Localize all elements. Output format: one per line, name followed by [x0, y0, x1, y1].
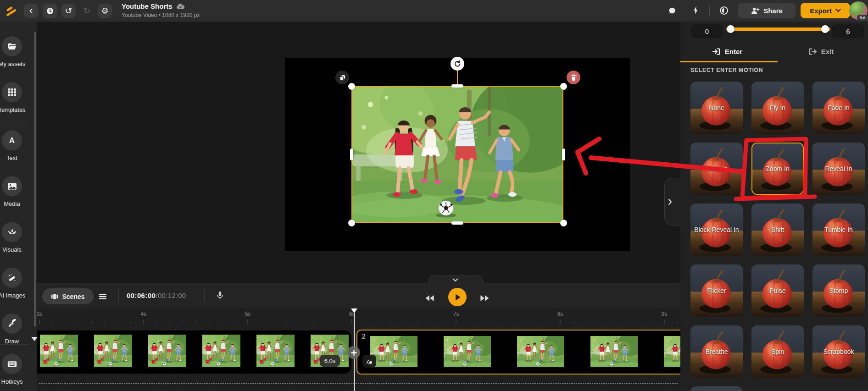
clip-thumbnail: [202, 335, 240, 367]
motion-option-tumble-in[interactable]: Tumble In: [812, 204, 865, 256]
motion-option-fly-in[interactable]: Fly In: [751, 82, 804, 134]
motion-option-none[interactable]: None: [690, 82, 743, 134]
visuals-icon: [2, 222, 22, 242]
sidebar-item-my-assets[interactable]: My assets: [0, 36, 37, 67]
motion-option-pulse[interactable]: Pulse: [751, 264, 804, 317]
share-button[interactable]: Share: [738, 3, 796, 18]
motion-option-label: Stomp: [812, 264, 865, 317]
microphone-icon: [217, 291, 223, 300]
voiceover-button[interactable]: [217, 291, 223, 302]
selected-video-layer[interactable]: [351, 86, 563, 223]
resize-handle-bottom[interactable]: [451, 221, 463, 225]
pen-icon: [2, 314, 22, 334]
motion-start-value: 0: [691, 24, 723, 38]
undo-button[interactable]: ↺: [61, 4, 76, 18]
comet-icon: [366, 358, 373, 365]
apple-preview-image: [690, 386, 743, 391]
motion-option-breathe[interactable]: Breathe: [690, 325, 743, 378]
sidebar-item-text[interactable]: AText: [0, 130, 37, 161]
redo-button[interactable]: ↻: [80, 4, 94, 18]
timeline-ruler[interactable]: 3s4s5s6s7s8s9s: [37, 311, 680, 317]
export-button[interactable]: Export: [801, 3, 850, 18]
duplicate-button[interactable]: [335, 71, 349, 84]
motion-duration-slider[interactable]: [726, 28, 830, 31]
avatar-badge: DA: [857, 15, 868, 21]
sidebar-scrollbar[interactable]: [34, 32, 36, 327]
play-icon: [454, 293, 462, 302]
sidebar-item-media[interactable]: Media: [0, 176, 37, 207]
resize-handle-right[interactable]: [562, 149, 565, 160]
timecode: 00:06:00/00:12:00: [127, 292, 186, 299]
scenes-button[interactable]: Scenes: [42, 288, 94, 304]
fast-forward-button[interactable]: [479, 295, 490, 303]
sidebar-item-visuals[interactable]: Visuals: [0, 222, 37, 253]
timeline-panel: Scenes 00:06:00/00:12:00 3s4s5s6s7s8s9s …: [37, 283, 680, 391]
sidebar-item-hotkeys[interactable]: Hotkeys: [0, 354, 37, 385]
resize-handle-bottom-left[interactable]: [348, 220, 355, 226]
cloud-saved-icon: [176, 3, 185, 10]
motion-option-label: Fly In: [751, 82, 804, 134]
motion-option-reveal-in[interactable]: Reveal In: [812, 143, 865, 195]
tab-exit[interactable]: Exit: [774, 41, 868, 62]
collapse-timeline-button[interactable]: [428, 275, 483, 284]
motion-option-partial[interactable]: [690, 386, 743, 391]
motion-option-label: Reveal In: [812, 143, 865, 195]
motion-option-flicker[interactable]: Flicker: [690, 264, 743, 317]
motion-option-shift[interactable]: Shift: [751, 204, 804, 256]
comments-icon[interactable]: [668, 6, 677, 15]
clip-thumbnail: [94, 335, 132, 367]
app-logo-icon[interactable]: [6, 4, 18, 17]
version-history-button[interactable]: [43, 4, 57, 18]
resize-handle-bottom-right[interactable]: [560, 220, 567, 226]
motion-option-label: Fade In: [812, 82, 865, 134]
motion-option-label: Flicker: [690, 264, 743, 317]
motion-option-stomp[interactable]: Stomp: [812, 264, 865, 317]
timeline-menu-button[interactable]: [97, 291, 108, 302]
slider-handle-max[interactable]: [821, 25, 829, 33]
svg-text:A: A: [9, 136, 15, 145]
slider-handle-min[interactable]: [727, 25, 734, 33]
add-scene-button[interactable]: [347, 346, 360, 359]
delete-button[interactable]: [567, 71, 580, 84]
motion-option-fade-in[interactable]: Fade In: [812, 82, 865, 134]
sidebar-scroll-down-icon[interactable]: [31, 337, 38, 341]
project-title: Youtube Shorts: [122, 2, 200, 10]
scenes-icon: [51, 293, 58, 300]
tab-enter[interactable]: Enter: [680, 41, 774, 62]
chevron-down-icon: [835, 9, 841, 12]
rewind-button[interactable]: [424, 295, 435, 303]
ruler-label: 3s: [37, 311, 42, 317]
back-button[interactable]: [24, 4, 38, 18]
motion-option-wipe-in[interactable]: Wipe In: [690, 143, 743, 195]
redo-icon: ↻: [83, 6, 91, 15]
scene-2-animation-badge[interactable]: [362, 355, 376, 368]
motion-end-value: 6: [832, 24, 864, 38]
keyboard-icon: [2, 354, 22, 374]
total-time: /00:12:00: [156, 292, 186, 299]
motion-option-zoom-in[interactable]: Zoom In: [751, 143, 804, 195]
motion-option-block-reveal-in[interactable]: Block Reveal In: [690, 204, 743, 256]
scene-2-clip[interactable]: 2: [356, 330, 680, 374]
thumbnail-red-arrow: [41, 356, 51, 366]
clip-thumbnail: [664, 336, 680, 367]
sidebar-item-templates[interactable]: Templates: [0, 82, 37, 113]
sidebar-item-ai-images[interactable]: AI Images: [0, 268, 37, 299]
scene-1-clip[interactable]: [37, 330, 351, 374]
resize-handle-top-right[interactable]: [560, 83, 567, 90]
motion-option-scrapbook[interactable]: Scrapbook: [812, 325, 865, 378]
resize-handle-left[interactable]: [350, 149, 353, 160]
rotate-handle[interactable]: [451, 57, 464, 71]
preview-icon[interactable]: [719, 6, 729, 15]
rotate-icon: [454, 60, 461, 67]
motion-option-label: Tumble In: [812, 204, 865, 256]
settings-button[interactable]: ⚙: [98, 4, 112, 18]
gear-icon: ⚙: [101, 7, 108, 15]
thumbnail-red-arrow: [149, 356, 159, 366]
collapse-panel-button[interactable]: [664, 178, 681, 226]
avatar[interactable]: DA: [849, 1, 868, 20]
play-button[interactable]: [448, 288, 467, 306]
upgrade-bolt-icon[interactable]: [693, 6, 699, 15]
resize-handle-top-left[interactable]: [348, 83, 355, 90]
motion-option-spin[interactable]: Spin: [751, 325, 804, 378]
resize-handle-top[interactable]: [451, 84, 463, 88]
